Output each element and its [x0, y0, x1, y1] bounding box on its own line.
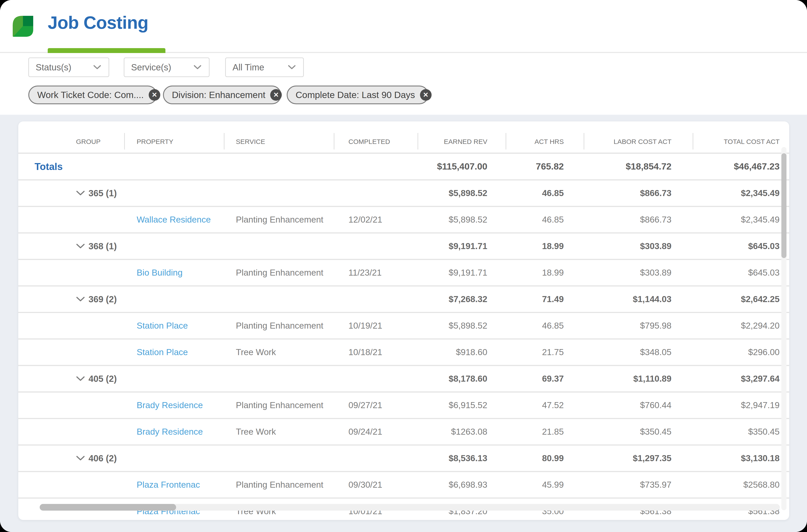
- header-column-divider: [334, 133, 334, 150]
- collapse-group-button[interactable]: [76, 376, 85, 381]
- labor-cost-act-cell: $760.44: [584, 400, 693, 410]
- column-header-group: GROUP: [18, 138, 124, 153]
- close-icon: ✕: [423, 92, 428, 98]
- chevron-down-icon: [76, 190, 85, 196]
- total-cost-act-cell: $2,345.49: [693, 215, 789, 225]
- service-cell: Tree Work: [224, 427, 334, 437]
- labor-cost-act-cell: $303.89: [584, 241, 693, 251]
- earned-rev-cell: $5,898.52: [418, 188, 506, 198]
- completed-cell: 10/18/21: [334, 347, 418, 357]
- filter-chip-work-ticket-code[interactable]: Work Ticket Code: Com.... ✕: [28, 86, 157, 104]
- group-label: 369 (2): [89, 294, 117, 304]
- collapse-group-button[interactable]: [76, 456, 85, 461]
- column-header-service: SERVICE: [224, 138, 334, 153]
- remove-filter-button[interactable]: ✕: [149, 89, 160, 101]
- totals-label: Totals: [18, 161, 124, 172]
- service-cell: Planting Enhancement: [224, 321, 334, 330]
- total-cost-act-cell: $2,294.20: [693, 321, 789, 330]
- page-header: Job Costing Status(s) Service(s) All Tim…: [0, 0, 807, 115]
- act-hrs-cell: 21.75: [506, 347, 584, 357]
- column-header-labor-cost-act: LABOR COST ACT: [584, 138, 693, 153]
- app-window: Job Costing Status(s) Service(s) All Tim…: [0, 0, 807, 532]
- act-hrs-cell: 46.85: [506, 215, 584, 225]
- detail-row: Bio Building Planting Enhancement 11/23/…: [18, 260, 789, 286]
- earned-rev-cell: $1263.08: [418, 427, 506, 437]
- column-header-completed: COMPLETED: [334, 138, 418, 153]
- close-icon: ✕: [152, 92, 157, 98]
- act-hrs-cell: 80.99: [506, 453, 584, 463]
- service-filter-dropdown[interactable]: Service(s): [124, 57, 209, 77]
- chevron-down-icon: [194, 65, 201, 70]
- close-icon: ✕: [273, 92, 279, 98]
- collapse-group-button[interactable]: [76, 190, 85, 196]
- header-column-divider: [506, 133, 506, 150]
- earned-rev-cell: $918.60: [418, 347, 506, 357]
- labor-cost-act-cell: $348.05: [584, 347, 693, 357]
- act-hrs-cell: 69.37: [506, 374, 584, 384]
- property-link[interactable]: Brady Residence: [137, 427, 203, 436]
- property-link[interactable]: Plaza Frontenac: [137, 480, 200, 490]
- service-cell: Planting Enhancement: [224, 400, 334, 410]
- total-cost-act-cell: $645.03: [693, 268, 789, 278]
- collapse-group-button[interactable]: [76, 297, 85, 302]
- property-link[interactable]: Brady Residence: [137, 400, 203, 410]
- earned-rev-cell: $9,191.71: [418, 241, 506, 251]
- remove-filter-button[interactable]: ✕: [270, 89, 282, 101]
- earned-rev-cell: $8,178.60: [418, 374, 506, 384]
- header-column-divider: [584, 133, 584, 150]
- total-cost-act-cell: $3,297.64: [693, 374, 789, 384]
- table-header-row: GROUP PROPERTY SERVICE COMPLETED EARNED …: [18, 121, 789, 154]
- active-tab-indicator: [48, 48, 165, 53]
- labor-cost-act-cell: $1,110.89: [584, 374, 693, 384]
- header-column-divider: [418, 133, 418, 150]
- remove-filter-button[interactable]: ✕: [420, 89, 432, 101]
- service-cell: Tree Work: [224, 347, 334, 357]
- completed-cell: 11/23/21: [334, 268, 418, 278]
- detail-row: Wallace Residence Planting Enhancement 1…: [18, 207, 789, 233]
- property-link[interactable]: Station Place: [137, 347, 188, 357]
- horizontal-scrollbar: [40, 504, 780, 511]
- detail-row: Brady Residence Planting Enhancement 09/…: [18, 393, 789, 419]
- completed-cell: 09/30/21: [334, 480, 418, 490]
- act-hrs-cell: 71.49: [506, 294, 584, 304]
- total-cost-act-cell: $350.45: [693, 427, 789, 437]
- chevron-down-icon: [76, 376, 85, 381]
- time-filter-dropdown[interactable]: All Time: [225, 57, 304, 77]
- labor-cost-act-cell: $866.73: [584, 215, 693, 225]
- status-filter-dropdown[interactable]: Status(s): [28, 57, 109, 77]
- content-area: GROUP PROPERTY SERVICE COMPLETED EARNED …: [0, 115, 807, 532]
- chevron-down-icon: [76, 456, 85, 461]
- earned-rev-cell: $6,915.52: [418, 400, 506, 410]
- total-cost-act-cell: $2,642.25: [693, 294, 789, 304]
- labor-cost-act-cell: $303.89: [584, 268, 693, 278]
- horizontal-scrollbar-thumb[interactable]: [40, 504, 176, 511]
- property-link[interactable]: Station Place: [137, 321, 188, 330]
- detail-row: Plaza Frontenac Planting Enhancement 09/…: [18, 472, 789, 499]
- labor-cost-act-cell: $735.97: [584, 480, 693, 490]
- column-header-property: PROPERTY: [124, 138, 224, 153]
- chevron-down-icon: [76, 297, 85, 302]
- column-header-earned-rev: EARNED REV: [418, 138, 506, 153]
- page-title: Job Costing: [48, 13, 148, 33]
- group-label: 406 (2): [89, 453, 117, 463]
- collapse-group-button[interactable]: [76, 244, 85, 249]
- chevron-down-icon: [76, 244, 85, 249]
- vertical-scrollbar-thumb[interactable]: [781, 153, 787, 258]
- job-costing-table-card: GROUP PROPERTY SERVICE COMPLETED EARNED …: [18, 121, 789, 520]
- group-row: 369 (2) $7,268.32 71.49 $1,144.03 $2,642…: [18, 286, 789, 313]
- header-column-divider: [693, 133, 693, 150]
- act-hrs-cell: 21.85: [506, 427, 584, 437]
- act-hrs-cell: 46.85: [506, 321, 584, 330]
- header-column-divider: [124, 133, 125, 150]
- act-hrs-cell: 46.85: [506, 188, 584, 198]
- earned-rev-cell: $7,268.32: [418, 294, 506, 304]
- completed-cell: 09/24/21: [334, 427, 418, 437]
- filter-chip-division[interactable]: Division: Enhancement ✕: [163, 86, 281, 104]
- group-label: 365 (1): [89, 188, 117, 198]
- earned-rev-cell: $8,536.13: [418, 453, 506, 463]
- group-row: 406 (2) $8,536.13 80.99 $1,297.35 $3,130…: [18, 445, 789, 472]
- property-link[interactable]: Wallace Residence: [137, 215, 211, 224]
- filter-chip-complete-date[interactable]: Complete Date: Last 90 Days ✕: [287, 86, 429, 104]
- property-link[interactable]: Bio Building: [137, 268, 183, 277]
- labor-cost-act-cell: $350.45: [584, 427, 693, 437]
